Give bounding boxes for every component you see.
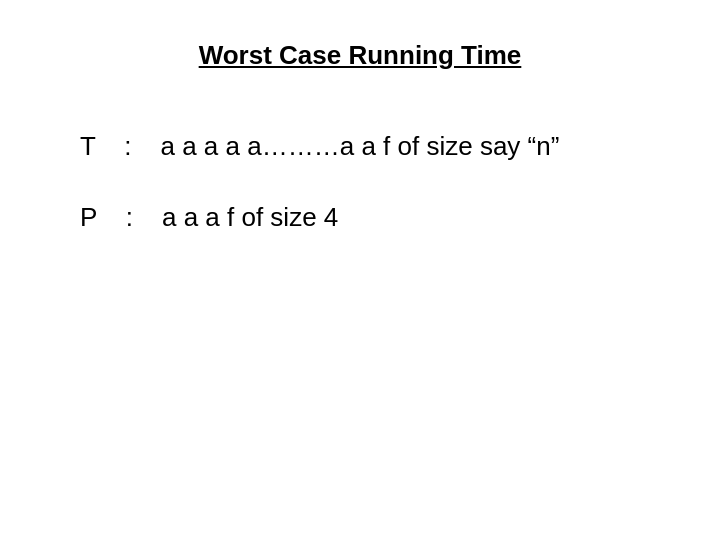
colon-t-space — [139, 131, 153, 161]
line-t: T : a a a a a………a a f of size say “n” — [80, 131, 660, 162]
label-p: P — [80, 202, 97, 232]
label-t: T — [80, 131, 95, 161]
content-p: a a a f of size 4 — [162, 202, 338, 232]
colon-p-space — [140, 202, 154, 232]
title-section: Worst Case Running Time — [60, 40, 660, 71]
colon-symbol-t: : — [124, 131, 131, 161]
content-t: a a a a a………a a f of size say “n” — [161, 131, 560, 161]
page-container: Worst Case Running Time T : a a a a a………… — [0, 0, 720, 540]
colon-p — [104, 202, 118, 232]
colon-symbol-p: : — [126, 202, 133, 232]
line-p: P : a a a f of size 4 — [80, 202, 660, 233]
colon-t — [103, 131, 117, 161]
page-title: Worst Case Running Time — [199, 40, 522, 71]
content-section: T : a a a a a………a a f of size say “n” P … — [60, 131, 660, 233]
